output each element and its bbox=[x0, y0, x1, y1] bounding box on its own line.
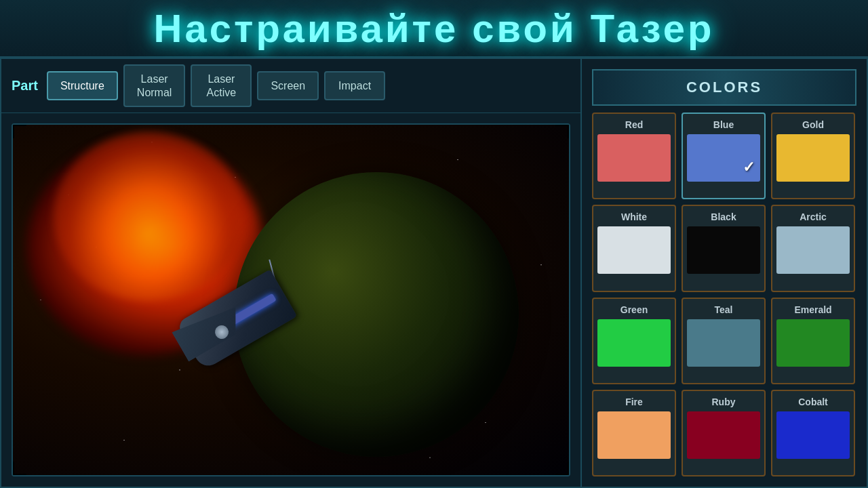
color-item-black[interactable]: Black bbox=[682, 205, 766, 291]
color-swatch-green bbox=[597, 319, 671, 367]
main-content: Part Structure LaserNormal LaserActive S… bbox=[0, 58, 868, 488]
color-swatch-blue: ✓ bbox=[687, 134, 760, 182]
tabs-bar: Part Structure LaserNormal LaserActive S… bbox=[1, 59, 580, 113]
color-swatch-fire bbox=[597, 411, 671, 459]
color-item-white[interactable]: White bbox=[592, 205, 676, 291]
tab-laser-normal[interactable]: LaserNormal bbox=[123, 64, 186, 106]
color-swatch-gold bbox=[776, 134, 850, 182]
color-item-fire[interactable]: Fire bbox=[592, 390, 676, 476]
color-name-black: Black bbox=[711, 211, 736, 222]
selected-checkmark: ✓ bbox=[743, 159, 755, 176]
color-swatch-red bbox=[597, 134, 671, 182]
color-name-fire: Fire bbox=[625, 396, 643, 407]
tab-laser-active[interactable]: LaserActive bbox=[191, 64, 252, 106]
color-swatch-teal bbox=[687, 319, 760, 367]
color-name-cobalt: Cobalt bbox=[798, 396, 828, 407]
corner-tl-decoration bbox=[13, 125, 26, 138]
colors-grid: RedBlue✓GoldWhiteBlackArcticGreenTealEme… bbox=[592, 113, 856, 476]
color-item-cobalt[interactable]: Cobalt bbox=[771, 390, 855, 476]
color-name-white: White bbox=[621, 211, 647, 222]
tab-structure[interactable]: Structure bbox=[47, 71, 118, 100]
color-name-arctic: Arctic bbox=[800, 211, 827, 222]
color-name-ruby: Ruby bbox=[712, 396, 736, 407]
color-name-gold: Gold bbox=[802, 119, 824, 130]
color-name-red: Red bbox=[625, 119, 643, 130]
title-bar: Настраивайте свой Тазер bbox=[0, 0, 868, 58]
tab-impact[interactable]: Impact bbox=[324, 71, 385, 100]
colors-header: COLORS bbox=[592, 69, 856, 106]
game-viewport bbox=[12, 123, 570, 476]
color-item-gold[interactable]: Gold bbox=[771, 113, 855, 199]
right-panel: COLORS RedBlue✓GoldWhiteBlackArcticGreen… bbox=[582, 59, 867, 487]
color-item-arctic[interactable]: Arctic bbox=[771, 205, 855, 291]
colors-section-title: COLORS bbox=[686, 79, 762, 96]
page-title: Настраивайте свой Тазер bbox=[154, 5, 715, 51]
color-swatch-ruby bbox=[687, 411, 760, 459]
left-panel: Part Structure LaserNormal LaserActive S… bbox=[1, 59, 582, 487]
tab-screen[interactable]: Screen bbox=[257, 71, 319, 100]
corner-tr-decoration bbox=[555, 125, 569, 138]
color-swatch-black bbox=[687, 226, 760, 274]
color-name-emerald: Emerald bbox=[794, 304, 831, 315]
color-swatch-cobalt bbox=[776, 411, 850, 459]
corner-br-decoration bbox=[555, 462, 569, 475]
space-scene bbox=[13, 125, 569, 475]
color-item-blue[interactable]: Blue✓ bbox=[682, 113, 766, 199]
color-swatch-emerald bbox=[776, 319, 850, 367]
part-label: Part bbox=[12, 78, 38, 94]
color-item-red[interactable]: Red bbox=[592, 113, 676, 199]
color-name-blue: Blue bbox=[713, 119, 734, 130]
corner-bl-decoration bbox=[13, 462, 26, 475]
color-name-green: Green bbox=[620, 304, 648, 315]
color-item-ruby[interactable]: Ruby bbox=[682, 390, 766, 476]
color-name-teal: Teal bbox=[715, 304, 733, 315]
color-item-emerald[interactable]: Emerald bbox=[771, 298, 855, 384]
spaceship bbox=[169, 252, 318, 388]
color-swatch-white bbox=[597, 226, 671, 274]
color-item-green[interactable]: Green bbox=[592, 298, 676, 384]
color-item-teal[interactable]: Teal bbox=[682, 298, 766, 384]
color-swatch-arctic bbox=[776, 226, 850, 274]
